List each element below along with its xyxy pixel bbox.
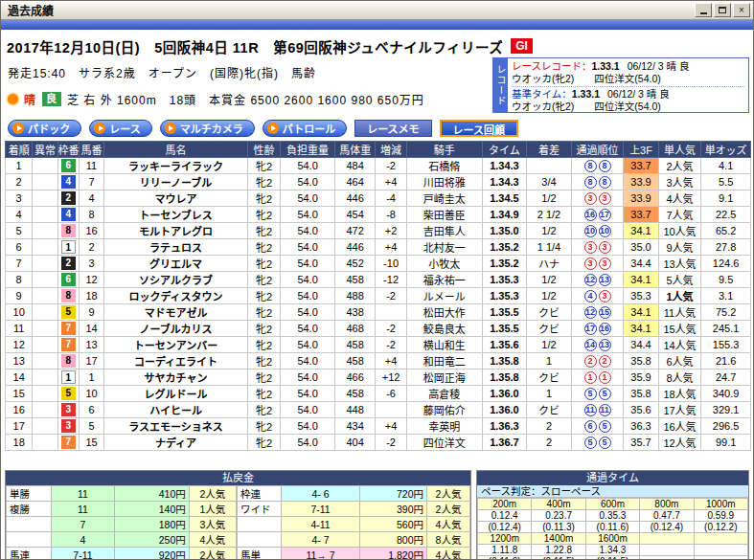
- cell-margin: 3/4: [527, 174, 572, 190]
- payout-title: 払戻金: [6, 471, 470, 485]
- cell-horse-name: マウレア: [104, 190, 248, 207]
- cell-bracket-number: 5: [57, 386, 79, 402]
- cell-win-popularity: 8人気: [658, 370, 701, 386]
- lap-cumulative-time: 1.22.8: [532, 545, 585, 556]
- cell-jockey: 柴田善臣: [406, 207, 482, 223]
- cell-win-popularity: 13人気: [658, 256, 701, 272]
- button-label: パドック: [28, 121, 70, 136]
- table-row[interactable]: 8612ソシアルクラブ牝254.0458-12福永祐一1.35.31/21213…: [6, 272, 751, 288]
- cell-win-odds: 155.3: [701, 337, 751, 353]
- passing-position: 6: [584, 420, 597, 433]
- payout-row: 複勝11140円1人気: [7, 502, 237, 517]
- cell-bracket-number: 7: [57, 435, 79, 451]
- lap-split-time: (0.11.5): [585, 556, 639, 560]
- lap-distance: 400m: [532, 499, 585, 510]
- table-row[interactable]: 1611ラッキーライラック牝254.0484-2石橋脩1.34.38833.72…: [6, 158, 751, 174]
- cell-time: 1.36.3: [482, 418, 527, 435]
- payout-row: 4250円4人気: [7, 532, 237, 548]
- payout-row: 4- 7800円8人気: [238, 532, 470, 548]
- cell-sex-age: 牝2: [247, 288, 280, 304]
- race-memo-button[interactable]: レースメモ: [354, 120, 431, 137]
- minimize-icon: [700, 12, 707, 14]
- passing-position: 5: [599, 388, 611, 400]
- cell-last-3f: 35.8: [624, 386, 658, 402]
- passing-position: 8: [599, 176, 611, 189]
- cell-abnormality: [33, 207, 57, 223]
- cell-last-3f: 35.8: [624, 353, 658, 370]
- cell-win-odds: 21.6: [701, 353, 751, 370]
- table-row[interactable]: 13817コーディエライト牝254.0458+4和田竜二1.35.812235.…: [6, 353, 751, 370]
- cell-horse-number: 18: [79, 288, 103, 304]
- passing-position: 2: [599, 355, 611, 368]
- cell-margin: 1/2: [527, 272, 572, 288]
- cell-sex-age: 牝2: [247, 337, 280, 353]
- video-button-2[interactable]: レース: [89, 120, 151, 137]
- cell-win-odds: 24.7: [701, 370, 751, 386]
- cell-carried-weight: 54.0: [281, 304, 335, 321]
- cell-sex-age: 牝2: [247, 386, 280, 402]
- close-button[interactable]: ×: [733, 3, 750, 17]
- payout-bet-type: 複勝: [7, 502, 52, 517]
- cell-win-popularity: 4人気: [658, 190, 701, 207]
- bracket-badge: 8: [61, 354, 76, 368]
- passing-position: 16: [599, 323, 611, 335]
- cell-passing-order: 1111: [571, 402, 624, 418]
- button-label: パトロール: [283, 121, 335, 136]
- payout-popularity: 4人気: [189, 532, 236, 548]
- table-row[interactable]: 15510レグルドール牝254.0458-6高倉稜1.36.015535.818…: [6, 386, 751, 402]
- payout-combination: 4- 6: [282, 486, 360, 502]
- table-row[interactable]: 612ラテュロス牝254.0446+4北村友一1.35.21 1/43335.0…: [6, 239, 751, 256]
- lap-distance: 1400m: [532, 533, 585, 545]
- table-row[interactable]: 1735ラスエモーショネス牝254.0434+4幸英明1.36.326536.3…: [6, 418, 751, 435]
- table-row[interactable]: 1059マドモアゼル牝254.0438松田大作1.35.5クビ121534.11…: [6, 304, 751, 321]
- cell-last-3f: 34.4: [624, 337, 658, 353]
- cell-horse-number: 4: [79, 190, 103, 207]
- passing-position: 10: [599, 225, 611, 237]
- video-button-1[interactable]: パドック: [8, 120, 81, 137]
- table-row[interactable]: 5816モルトアレグロ牝254.0472+2吉田隼人1.35.01/210103…: [6, 223, 751, 239]
- cell-margin: 1/2: [527, 190, 572, 207]
- lap-cumulative-time: 0.47.7: [640, 510, 694, 522]
- cell-margin: 2 1/2: [527, 207, 572, 223]
- table-row[interactable]: 1411サヤカチャン牝254.0466+12松岡正海1.35.8クビ1135.9…: [6, 370, 751, 386]
- bracket-badge: 3: [61, 403, 76, 416]
- payout-box: 払戻金 単勝11410円2人気複勝11140円1人気7180円3人気4250円4…: [5, 470, 471, 560]
- cell-finish-position: 8: [6, 272, 33, 288]
- table-row[interactable]: 247リリーノーブル牝254.0464+4川田将雅1.34.33/48833.9…: [6, 174, 751, 190]
- cell-horse-name: ラテュロス: [104, 239, 248, 256]
- table-row[interactable]: 324マウレア牝254.0446-4戸崎圭太1.34.51/23333.94人気…: [6, 190, 751, 207]
- cell-win-popularity: 6人気: [658, 353, 701, 370]
- table-row[interactable]: 448トーセンブレス牝254.0454-8柴田善臣1.34.92 1/21617…: [6, 207, 751, 223]
- payout-right-body: 枠連4- 6720円2人気ワイド7-11390円2人気4-11560円4人気4-…: [238, 486, 470, 560]
- video-button-3[interactable]: マルチカメラ: [160, 120, 255, 137]
- table-row[interactable]: 1636ハイヒール牝254.0448藤岡佑介1.36.0クビ111135.617…: [6, 402, 751, 418]
- payout-popularity: 2人気: [427, 502, 470, 517]
- maximize-button[interactable]: [714, 3, 731, 17]
- record-divider: [512, 86, 744, 87]
- cell-bracket-number: 2: [57, 256, 79, 272]
- cell-win-popularity: 15人気: [658, 321, 701, 337]
- passing-position: 3: [599, 290, 611, 302]
- payout-body: 単勝11410円2人気複勝11140円1人気7180円3人気4250円4人気馬連…: [6, 485, 470, 560]
- cell-win-odds: 65.2: [701, 223, 751, 239]
- column-header-12: 通過順位: [571, 142, 624, 158]
- table-row[interactable]: 723グリエルマ牝254.0452-10小牧太1.35.2ハナ3334.413人…: [6, 256, 751, 272]
- payout-bet-type: [238, 517, 282, 532]
- table-row[interactable]: 11714ノーブルカリス牝254.0468-2鮫島良太1.35.5クビ17163…: [6, 321, 751, 337]
- table-row[interactable]: 18715ナディア牝254.0404-2四位洋文1.36.725535.712人…: [6, 435, 751, 451]
- video-button-4[interactable]: パトロール: [263, 120, 347, 137]
- cell-win-odds: 340.9: [701, 386, 751, 402]
- table-row[interactable]: 9818ロックディスタウン牝254.0488-2ルメール1.35.31/2433…: [6, 288, 751, 304]
- minimize-button[interactable]: [695, 3, 712, 17]
- lap-distance: [694, 533, 747, 545]
- pace-label: ペース判定：: [481, 485, 540, 497]
- lap-distance-row: 1200m1400m1600m: [478, 533, 748, 545]
- cell-win-odds: 329.1: [701, 402, 751, 418]
- race-review-button[interactable]: レース回顧: [440, 120, 518, 137]
- passing-position: 8: [599, 160, 611, 172]
- cell-abnormality: [33, 190, 57, 207]
- table-row[interactable]: 12713トーセンアンバー牝254.0458-2横山和生1.35.61/2141…: [6, 337, 751, 353]
- lap-split-time: (0.11.3): [532, 522, 585, 533]
- cell-win-popularity: 10人気: [658, 223, 701, 239]
- payout-amount: 1,820円: [360, 548, 427, 560]
